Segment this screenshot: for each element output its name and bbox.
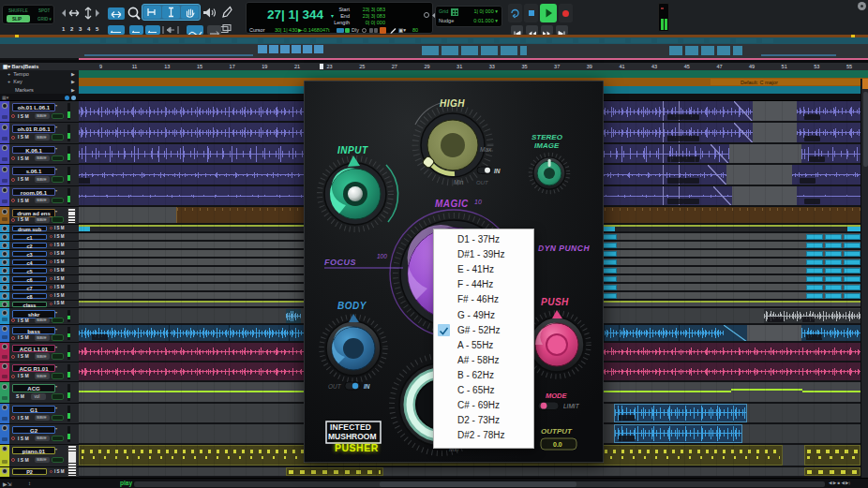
svg-text:PUSHER: PUSHER xyxy=(335,442,379,453)
svg-text:MUSHROOM: MUSHROOM xyxy=(328,432,376,441)
svg-text:PUSH: PUSH xyxy=(541,297,569,307)
svg-text:INPUT: INPUT xyxy=(337,145,368,155)
svg-text:100: 100 xyxy=(377,253,387,259)
svg-text:IMAGE: IMAGE xyxy=(534,141,560,150)
svg-text:FOCUS: FOCUS xyxy=(324,258,356,267)
svg-text:INFECTED: INFECTED xyxy=(330,422,371,432)
svg-text:DYN PUNCH: DYN PUNCH xyxy=(538,244,590,253)
svg-text:10: 10 xyxy=(474,199,482,205)
svg-text:LIMIT: LIMIT xyxy=(563,403,580,409)
svg-text:OUT: OUT xyxy=(328,383,342,390)
svg-text:OUT: OUT xyxy=(476,180,489,185)
svg-text:0.0: 0.0 xyxy=(553,441,562,448)
svg-text:IN: IN xyxy=(494,168,501,174)
svg-text:Min: Min xyxy=(454,179,464,185)
svg-text:HIGH: HIGH xyxy=(440,98,465,109)
svg-text:MAGIC: MAGIC xyxy=(435,199,469,209)
svg-text:BODY: BODY xyxy=(337,301,367,311)
svg-text:STEREO: STEREO xyxy=(531,133,563,141)
svg-text:Max: Max xyxy=(480,146,492,153)
svg-text:MODE: MODE xyxy=(546,392,567,400)
svg-text:IN: IN xyxy=(364,383,370,390)
svg-text:OUTPUT: OUTPUT xyxy=(541,427,573,436)
